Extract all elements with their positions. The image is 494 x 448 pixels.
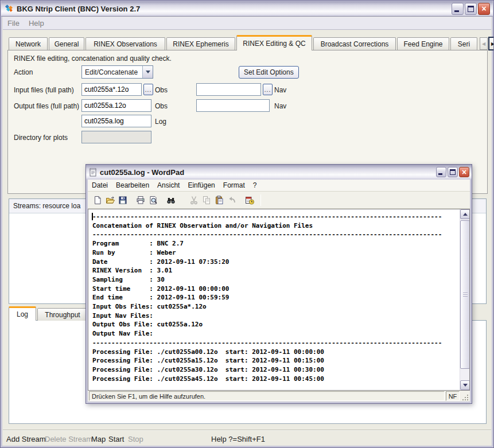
arrow-down-icon [463, 384, 468, 387]
output-obs-field[interactable] [81, 99, 151, 112]
tab-rinex-editing-qc[interactable]: RINEX Editing & QC [236, 35, 312, 50]
new-document-icon[interactable] [91, 194, 104, 207]
bnc-main-window: BKG Ntrip Client (BNC) Version 2.7 × Fil… [0, 0, 494, 448]
toolbar-divider [260, 194, 261, 206]
action-value: Edit/Concatenate [82, 68, 142, 76]
input-obs-field[interactable] [81, 83, 142, 96]
status-message: Drücken Sie F1, um die Hilfe aufzurufen. [89, 391, 445, 401]
input-nav-browse-button[interactable]: ... [263, 84, 273, 95]
output-files-label: Output files (full path) [14, 102, 79, 110]
close-icon: × [481, 5, 486, 13]
map-button[interactable]: Map [91, 435, 106, 443]
find-icon[interactable] [165, 194, 177, 207]
help-shortcut-label[interactable]: Help ?=Shift+F1 [211, 435, 265, 443]
menu-ansicht[interactable]: Ansicht [153, 181, 184, 189]
menu-hilfe[interactable]: ? [249, 181, 261, 189]
combo-dropdown-button[interactable] [142, 66, 153, 78]
panel-description: RINEX file editing, concatenation and qu… [14, 54, 172, 63]
main-titlebar[interactable]: BKG Ntrip Client (BNC) Version 2.7 × [1, 1, 493, 17]
minimize-button[interactable] [452, 3, 464, 15]
input-obs-tag: Obs [155, 86, 168, 94]
tab-log[interactable]: Log [9, 306, 36, 321]
main-tabbar: Network General RINEX Observations RINEX… [9, 35, 494, 50]
menu-bearbeiten[interactable]: Bearbeiten [112, 181, 153, 189]
wordpad-document-area: ----------------------------------------… [88, 209, 470, 391]
copy-icon[interactable] [200, 194, 213, 207]
open-icon[interactable] [104, 194, 116, 207]
tab-scroll-left-icon[interactable]: ◀ [480, 37, 488, 50]
input-obs-browse-button[interactable]: ... [143, 84, 153, 95]
output-obs-tag: Obs [155, 102, 168, 110]
tab-network[interactable]: Network [9, 37, 48, 50]
undo-icon[interactable] [225, 194, 238, 207]
paste-icon[interactable] [213, 194, 225, 207]
wordpad-maximize-button[interactable] [448, 167, 458, 177]
bottom-tabbar: Log Throughput [9, 306, 89, 321]
maximize-icon [450, 169, 456, 175]
resize-grip-icon[interactable] [461, 391, 469, 401]
minimize-icon [438, 173, 442, 175]
maximize-icon [468, 6, 474, 12]
input-nav-tag: Nav [274, 86, 286, 94]
menu-format[interactable]: Format [219, 181, 249, 189]
print-icon[interactable] [134, 194, 147, 207]
scroll-up-button[interactable] [460, 209, 470, 219]
tab-rinex-ephemeris[interactable]: RINEX Ephemeris [166, 37, 235, 50]
tab-general[interactable]: General [49, 37, 84, 50]
wordpad-toolbar [88, 192, 470, 209]
tab-throughput[interactable]: Throughput [37, 308, 88, 321]
action-combobox[interactable]: Edit/Concatenate [81, 65, 153, 79]
menu-help[interactable]: Help [24, 19, 49, 28]
directory-plots-field [81, 131, 151, 143]
wordpad-statusbar: Drücken Sie F1, um die Hilfe aufzurufen.… [88, 391, 470, 402]
print-preview-icon[interactable] [147, 194, 160, 207]
streams-header-label: Streams: resource loa [13, 202, 80, 210]
wordpad-minimize-button[interactable] [436, 167, 446, 177]
wordpad-window: cut0255a.log - WordPad × Datei Bearbeite… [85, 164, 472, 404]
tab-scroll-right-icon[interactable]: ▶ [489, 37, 494, 50]
tab-serial[interactable]: Seri [450, 37, 477, 50]
menu-datei[interactable]: Datei [88, 181, 112, 189]
output-log-field[interactable] [81, 115, 151, 127]
status-numlock-indicator: NF [446, 391, 460, 401]
output-nav-tag: Nav [274, 102, 286, 110]
scroll-down-button[interactable] [460, 380, 470, 390]
output-nav-field[interactable] [196, 99, 270, 112]
document-text[interactable]: ----------------------------------------… [92, 212, 442, 383]
tab-rinex-observations[interactable]: RINEX Observations [85, 37, 165, 50]
chevron-down-icon [146, 71, 150, 73]
bnc-app-icon [4, 4, 13, 13]
wordpad-menubar: Datei Bearbeiten Ansicht Einfügen Format… [88, 180, 470, 192]
menu-file[interactable]: File [3, 19, 24, 28]
delete-stream-button[interactable]: Delete Stream [45, 435, 92, 443]
menu-einfuegen[interactable]: Einfügen [184, 181, 219, 189]
tab-feed-engine[interactable]: Feed Engine [397, 37, 449, 50]
wordpad-close-button[interactable]: × [459, 167, 469, 177]
main-menubar: File Help [3, 17, 491, 30]
add-stream-button[interactable]: Add Stream [6, 435, 46, 443]
save-icon[interactable] [116, 194, 129, 207]
start-button[interactable]: Start [108, 435, 124, 443]
close-button[interactable]: × [478, 3, 490, 15]
arrow-up-icon [463, 213, 468, 216]
wordpad-titlebar[interactable]: cut0255a.log - WordPad × [86, 165, 472, 180]
output-log-tag: Log [155, 118, 166, 126]
input-nav-field[interactable] [196, 83, 261, 96]
main-window-title: BKG Ntrip Client (BNC) Version 2.7 [17, 5, 140, 13]
footer-separator [3, 430, 491, 431]
close-icon: × [462, 168, 466, 176]
input-files-label: Input files (full path) [14, 86, 74, 94]
directory-plots-label: Directory for plots [14, 134, 68, 142]
action-label: Action [14, 68, 33, 76]
cut-icon[interactable] [188, 194, 200, 207]
date-time-icon[interactable] [243, 194, 256, 207]
thumb-grip-icon [463, 293, 468, 297]
scrollbar-thumb[interactable] [460, 220, 470, 369]
wordpad-title: cut0255a.log - WordPad [100, 168, 184, 177]
tab-broadcast-corrections[interactable]: Broadcast Corrections [313, 37, 396, 50]
maximize-button[interactable] [465, 3, 477, 15]
wordpad-body: Datei Bearbeiten Ansicht Einfügen Format… [88, 180, 470, 402]
stop-button[interactable]: Stop [128, 435, 143, 443]
vertical-scrollbar[interactable] [460, 209, 469, 390]
set-edit-options-button[interactable]: Set Edit Options [239, 66, 299, 79]
